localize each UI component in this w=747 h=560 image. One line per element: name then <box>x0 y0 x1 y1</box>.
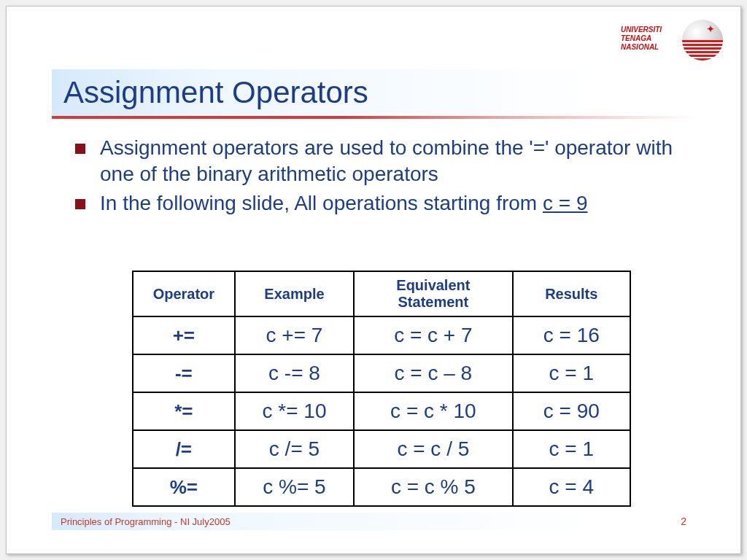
bullet-list: Assignment operators are used to combine… <box>75 135 679 216</box>
page-number: 2 <box>681 516 686 527</box>
operators-table: Operator Example Equivalent Statement Re… <box>132 271 631 507</box>
bullet-text: In the following slide, All operations s… <box>100 192 543 214</box>
cell-equivalent: c = c / 5 <box>354 430 512 468</box>
title-underline <box>52 116 695 119</box>
title-bar: Assignment Operators <box>52 69 695 116</box>
table-body: +=c += 7c = c + 7c = 16-=c -= 8c = c – 8… <box>133 316 630 506</box>
logo-emblem-icon: ✦ <box>682 20 723 61</box>
cell-operator: += <box>133 316 235 354</box>
bullet-item: In the following slide, All operations s… <box>75 190 679 217</box>
logo-line-1: UNIVERSITI <box>621 26 662 34</box>
university-logo: UNIVERSITI TENAGA NASIONAL ✦ <box>621 20 723 63</box>
logo-text: UNIVERSITI TENAGA NASIONAL <box>621 26 662 52</box>
slide-body: Assignment operators are used to combine… <box>75 135 679 219</box>
table-row: -=c -= 8c = c – 8c = 1 <box>133 354 630 392</box>
logo-line-3: NASIONAL <box>621 43 662 52</box>
footer-text: Principles of Programming - NI July2005 <box>61 516 231 527</box>
col-header-operator: Operator <box>133 271 235 316</box>
cell-example: c *= 10 <box>235 392 355 430</box>
cell-result: c = 90 <box>513 392 631 430</box>
cell-result: c = 16 <box>513 316 631 354</box>
slide: UNIVERSITI TENAGA NASIONAL ✦ Assignment … <box>6 6 741 554</box>
col-header-example: Example <box>235 271 355 316</box>
cell-example: c /= 5 <box>235 430 355 468</box>
table-header-row: Operator Example Equivalent Statement Re… <box>133 271 630 316</box>
flame-icon: ✦ <box>707 24 714 34</box>
cell-operator: /= <box>133 430 235 468</box>
bullet-text: Assignment operators are used to combine… <box>100 136 673 185</box>
table-row: %=c %= 5c = c % 5c = 4 <box>133 468 630 506</box>
bullet-text-underlined: c = 9 <box>543 192 587 214</box>
cell-operator: -= <box>133 354 235 392</box>
cell-operator: *= <box>133 392 235 430</box>
bullet-item: Assignment operators are used to combine… <box>75 135 679 187</box>
cell-example: c -= 8 <box>235 354 355 392</box>
table-row: /=c /= 5c = c / 5c = 1 <box>133 430 630 468</box>
operators-table-wrap: Operator Example Equivalent Statement Re… <box>132 271 631 507</box>
cell-equivalent: c = c + 7 <box>354 316 512 354</box>
cell-equivalent: c = c – 8 <box>354 354 512 392</box>
logo-line-2: TENAGA <box>621 34 662 43</box>
cell-equivalent: c = c % 5 <box>354 468 512 506</box>
cell-example: c += 7 <box>235 316 355 354</box>
table-row: *=c *= 10c = c * 10c = 90 <box>133 392 630 430</box>
cell-equivalent: c = c * 10 <box>354 392 512 430</box>
cell-result: c = 1 <box>513 430 631 468</box>
slide-title: Assignment Operators <box>63 75 368 110</box>
col-header-results: Results <box>513 271 631 316</box>
col-header-equivalent: Equivalent Statement <box>354 271 512 316</box>
cell-result: c = 4 <box>513 468 631 506</box>
cell-result: c = 1 <box>513 354 631 392</box>
footer-bar: Principles of Programming - NI July2005 … <box>52 513 695 530</box>
cell-example: c %= 5 <box>235 468 355 506</box>
table-row: +=c += 7c = c + 7c = 16 <box>133 316 630 354</box>
cell-operator: %= <box>133 468 235 506</box>
